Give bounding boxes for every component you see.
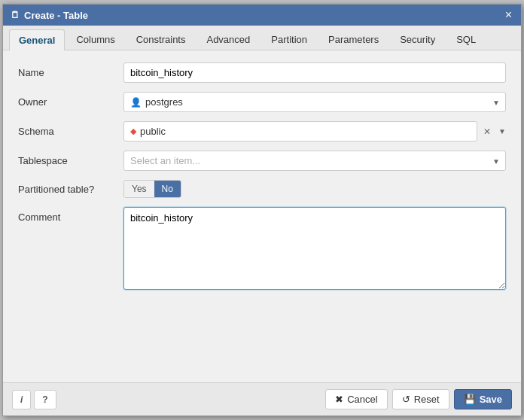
toggle-yes-button[interactable]: Yes [124, 181, 154, 197]
tab-bar: General Columns Constraints Advanced Par… [3, 26, 521, 50]
name-row: Name [18, 62, 506, 83]
titlebar-left: 🗒 Create - Table [11, 10, 88, 21]
owner-select[interactable]: 👤 postgres [123, 92, 506, 112]
comment-textarea[interactable]: bitcoin_history [123, 207, 506, 290]
dialog-footer: i ? ✖ Cancel ↺ Reset 💾 Save [3, 382, 521, 415]
tab-partition[interactable]: Partition [261, 29, 317, 50]
reset-button[interactable]: ↺ Reset [392, 389, 449, 409]
comment-row: Comment bitcoin_history [18, 207, 506, 292]
tablespace-control: Select an item... ▼ [123, 151, 506, 171]
save-icon: 💾 [464, 394, 476, 405]
close-button[interactable]: × [504, 9, 513, 21]
help-icon: ? [42, 394, 47, 405]
dialog-title: Create - Table [24, 10, 88, 21]
cancel-button[interactable]: ✖ Cancel [325, 389, 387, 409]
tablespace-placeholder: Select an item... [130, 155, 200, 166]
schema-clear-button[interactable]: ✕ [480, 126, 494, 137]
schema-select-with-clear: ◆ public ✕ ▼ [123, 121, 506, 142]
tab-general[interactable]: General [9, 29, 65, 50]
tab-advanced[interactable]: Advanced [196, 29, 260, 50]
partitioned-toggle: Yes No [123, 180, 181, 198]
tab-constraints[interactable]: Constraints [126, 29, 196, 50]
create-table-dialog: 🗒 Create - Table × General Columns Const… [2, 4, 522, 416]
schema-row: Schema ◆ public ✕ ▼ [18, 121, 506, 142]
tablespace-select[interactable]: Select an item... [123, 151, 506, 171]
save-label: Save [480, 394, 502, 405]
schema-value: public [140, 126, 166, 137]
info-button[interactable]: i [12, 390, 31, 409]
comment-label: Comment [18, 207, 123, 223]
save-button[interactable]: 💾 Save [454, 389, 512, 409]
partitioned-label: Partitioned table? [18, 184, 123, 195]
name-input[interactable] [123, 62, 506, 83]
cancel-label: Cancel [347, 394, 377, 405]
info-icon: i [20, 394, 23, 405]
footer-left: i ? [12, 390, 56, 409]
owner-value: postgres [145, 96, 183, 108]
tablespace-row: Tablespace Select an item... ▼ [18, 151, 506, 171]
owner-control: 👤 postgres ▼ [123, 92, 506, 112]
schema-control: ◆ public ✕ ▼ [123, 121, 506, 142]
partitioned-row: Partitioned table? Yes No [18, 180, 506, 198]
name-control [123, 62, 506, 83]
schema-dropdown-arrow: ▼ [498, 127, 506, 135]
tab-content-general: Name Owner 👤 postgres ▼ Schema [3, 50, 521, 382]
tab-security[interactable]: Security [390, 29, 445, 50]
toggle-no-button[interactable]: No [154, 181, 181, 197]
owner-row: Owner 👤 postgres ▼ [18, 92, 506, 112]
reset-label: Reset [414, 394, 440, 405]
tab-sql[interactable]: SQL [446, 29, 486, 50]
comment-control: bitcoin_history [123, 207, 506, 292]
tab-parameters[interactable]: Parameters [318, 29, 388, 50]
tablespace-label: Tablespace [18, 155, 123, 166]
cancel-icon: ✖ [335, 394, 343, 405]
tab-columns[interactable]: Columns [66, 29, 124, 50]
name-label: Name [18, 67, 123, 78]
schema-select-wrapper: ◆ public [123, 121, 477, 142]
owner-icon: 👤 [130, 97, 142, 108]
reset-icon: ↺ [402, 394, 410, 405]
owner-label: Owner [18, 96, 123, 108]
tablespace-select-wrapper: Select an item... ▼ [123, 151, 506, 171]
partitioned-control: Yes No [123, 180, 506, 198]
dialog-titlebar: 🗒 Create - Table × [3, 5, 521, 26]
schema-label: Schema [18, 126, 123, 137]
schema-select[interactable]: ◆ public [123, 121, 477, 142]
owner-select-wrapper: 👤 postgres ▼ [123, 92, 506, 112]
schema-icon: ◆ [130, 126, 136, 136]
dialog-title-icon: 🗒 [11, 10, 20, 20]
footer-right: ✖ Cancel ↺ Reset 💾 Save [325, 389, 512, 409]
help-button[interactable]: ? [34, 390, 56, 409]
